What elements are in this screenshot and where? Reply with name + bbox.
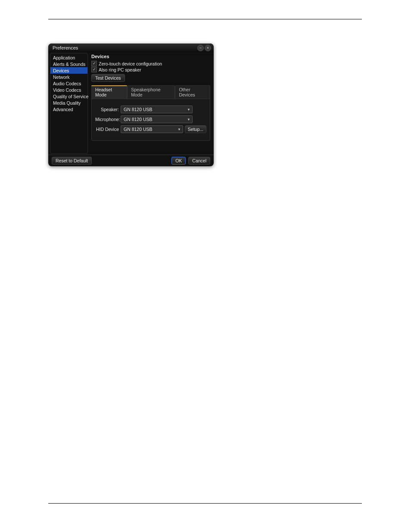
panel-title: Devices	[91, 54, 210, 59]
sidebar-item-alerts-sounds[interactable]: Alerts & Sounds	[50, 61, 87, 67]
also-ring-row: ✓ Also ring PC speaker	[91, 67, 210, 72]
dialog-body: Application Alerts & Sounds Devices Netw…	[48, 52, 214, 155]
sidebar-item-advanced[interactable]: Advanced	[50, 106, 87, 112]
devices-panel: Devices ✓ Zero-touch device configuratio…	[88, 52, 214, 155]
page-bottom-rule	[48, 503, 362, 504]
hid-dropdown[interactable]: GN 8120 USB ▼	[121, 125, 183, 133]
device-mode-tabs: Headset Mode Speakerphone Mode Other Dev…	[91, 85, 210, 99]
ok-button[interactable]: OK	[171, 157, 186, 165]
chevron-down-icon: ▼	[187, 108, 190, 112]
chevron-down-icon: ▼	[177, 128, 181, 131]
also-ring-label: Also ring PC speaker	[99, 67, 141, 72]
headset-mode-content: Speaker: GN 8120 USB ▼ Microphone: GN 81…	[91, 99, 210, 141]
speaker-dropdown[interactable]: GN 8120 USB ▼	[121, 106, 193, 113]
zero-touch-label: Zero-touch device configuration	[99, 61, 162, 66]
window-title: Preferences	[53, 45, 78, 50]
sidebar-item-application[interactable]: Application	[50, 54, 87, 61]
hid-label: HID Device	[95, 127, 119, 132]
titlebar: Preferences − ×	[48, 44, 214, 52]
speaker-value: GN 8120 USB	[124, 107, 153, 112]
close-icon[interactable]: ×	[205, 45, 211, 51]
sidebar-item-media-quality[interactable]: Media Quality	[50, 100, 87, 106]
dialog-footer: Reset to Default OK Cancel	[48, 155, 214, 166]
speaker-label: Speaker:	[95, 107, 119, 112]
tab-speakerphone-mode[interactable]: Speakerphone Mode	[127, 85, 175, 99]
tab-other-devices[interactable]: Other Devices	[175, 85, 210, 99]
sidebar-item-network[interactable]: Network	[50, 74, 87, 80]
cancel-button[interactable]: Cancel	[188, 157, 210, 165]
setup-button[interactable]: Setup...	[185, 125, 206, 133]
reset-to-default-button[interactable]: Reset to Default	[52, 157, 92, 165]
chevron-down-icon: ▼	[187, 118, 190, 121]
hid-row: HID Device GN 8120 USB ▼ Setup...	[95, 125, 206, 133]
preferences-dialog: Preferences − × Application Alerts & Sou…	[48, 44, 214, 166]
zero-touch-row: ✓ Zero-touch device configuration	[91, 61, 210, 66]
microphone-value: GN 8120 USB	[124, 117, 153, 122]
zero-touch-checkbox[interactable]: ✓	[91, 61, 97, 66]
page-top-rule	[48, 19, 362, 19]
tab-headset-mode[interactable]: Headset Mode	[91, 85, 127, 99]
sidebar: Application Alerts & Sounds Devices Netw…	[50, 53, 88, 154]
also-ring-checkbox[interactable]: ✓	[91, 67, 97, 72]
microphone-label: Microphone:	[95, 117, 119, 122]
test-devices-button[interactable]: Test Devices	[91, 74, 125, 82]
hid-value: GN 8120 USB	[124, 127, 153, 132]
microphone-dropdown[interactable]: GN 8120 USB ▼	[121, 115, 193, 123]
sidebar-item-devices[interactable]: Devices	[50, 67, 87, 74]
sidebar-item-audio-codecs[interactable]: Audio Codecs	[50, 80, 87, 87]
titlebar-icons: − ×	[197, 45, 211, 51]
minimize-icon[interactable]: −	[197, 45, 204, 51]
microphone-row: Microphone: GN 8120 USB ▼	[95, 115, 206, 123]
sidebar-item-qos[interactable]: Quality of Service	[50, 93, 87, 100]
speaker-row: Speaker: GN 8120 USB ▼	[95, 106, 206, 113]
sidebar-item-video-codecs[interactable]: Video Codecs	[50, 87, 87, 93]
